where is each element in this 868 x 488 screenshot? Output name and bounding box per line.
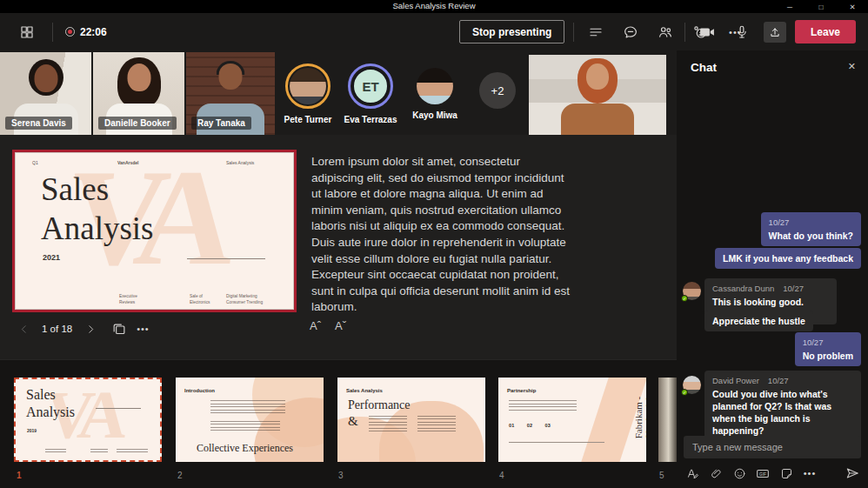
- video-tile-presenter[interactable]: [529, 55, 666, 135]
- thumbnail-slide-3[interactable]: Sales Analysis Performance &: [337, 378, 485, 462]
- participant-name-label: Pete Turner: [284, 115, 332, 124]
- avatar-photo: [417, 68, 453, 104]
- slide-navigation: 1 of 18 •••: [14, 319, 150, 338]
- thumbnail-number: 3: [338, 471, 344, 480]
- avatar-eva-terrazas[interactable]: ET Eva Terrazas: [339, 64, 402, 124]
- slide-header-center: VanArsdel: [117, 160, 138, 165]
- status-available-icon: ✓: [681, 295, 688, 302]
- send-icon[interactable]: [845, 466, 859, 480]
- window-controls: ─ □ ✕: [774, 0, 868, 13]
- toolbar-divider: [573, 23, 574, 42]
- overflow-participants[interactable]: +2: [466, 72, 529, 109]
- stop-presenting-button[interactable]: Stop presenting: [459, 20, 564, 43]
- attach-icon[interactable]: [709, 466, 723, 480]
- presentation-more-icon[interactable]: •••: [137, 324, 150, 334]
- thumbnail-slide-4[interactable]: Partnership 010203 Fabrikam - VanArsdel: [498, 378, 646, 462]
- avatar-pete-turner[interactable]: Pete Turner: [277, 64, 339, 124]
- video-tile-serena-davis[interactable]: Serena Davis: [0, 52, 91, 135]
- gif-icon[interactable]: GIF: [756, 466, 770, 480]
- thumbnail-slide-1[interactable]: VA Sales Analysis 2019: [14, 378, 162, 462]
- increase-font-button[interactable]: Aˆ: [310, 319, 321, 332]
- participant-name-tag: Serena Davis: [5, 117, 72, 130]
- thumbnail-number: 2: [177, 471, 183, 480]
- recording-dot-icon: [65, 27, 75, 37]
- message-text: Could you dive into what's planned for Q…: [712, 388, 853, 437]
- share-tray-icon[interactable]: [764, 22, 786, 43]
- video-tile-ray-tanaka[interactable]: Ray Tanaka: [186, 52, 275, 135]
- message-meta: David Power10/27: [712, 375, 853, 387]
- thumbnail-number: 1: [17, 471, 22, 480]
- current-slide[interactable]: VA Q1 VanArsdel Sales Analysis Sales Ana…: [12, 150, 297, 312]
- thumbnail-slide-2[interactable]: Introduction Collective Experiences: [176, 378, 324, 462]
- leave-button[interactable]: Leave: [795, 20, 856, 43]
- agenda-notes-icon[interactable]: [583, 19, 609, 45]
- chat-message-other-followup: Appreciate the hustle: [704, 311, 813, 331]
- thumbnail-ampersand: &: [348, 414, 358, 429]
- participant-name-tag: Ray Tanaka: [191, 117, 251, 130]
- video-tile-danielle-booker[interactable]: Danielle Booker: [93, 52, 184, 135]
- chat-message-other: ✓ David Power10/27 Could you dive into w…: [683, 371, 861, 441]
- format-icon[interactable]: [685, 466, 699, 480]
- thumbnail-title: Sales Analysis: [26, 386, 75, 421]
- slide-footer-col1: Executive Reviews: [119, 293, 137, 305]
- thumbnail-number: 5: [659, 471, 664, 480]
- next-slide-icon[interactable]: [81, 319, 100, 338]
- slide-header-right: Sales Analysis: [226, 160, 254, 165]
- slide-divider-line: [187, 258, 265, 259]
- thumbnail-slide-5[interactable]: [658, 378, 677, 462]
- emoji-icon[interactable]: [732, 466, 746, 480]
- svg-text:GIF: GIF: [759, 471, 766, 476]
- chat-avatar-david[interactable]: ✓: [683, 376, 701, 394]
- participant-name-label: Kayo Miwa: [412, 110, 457, 120]
- message-time: 10/27: [768, 376, 789, 385]
- slide-body-text: Lorem ipsum dolor sit amet, consectetur …: [311, 154, 571, 316]
- chat-bubble-icon[interactable]: [618, 19, 644, 45]
- slide-header-left: Q1: [32, 160, 38, 165]
- participants-icon[interactable]: [652, 19, 678, 45]
- chat-message-self: 10/27 What do you think?: [761, 212, 861, 246]
- avatar-kayo-miwa[interactable]: Kayo Miwa: [404, 68, 466, 120]
- chat-panel-title: Chat: [691, 61, 717, 74]
- message-text: What do you think?: [769, 230, 853, 242]
- compose-more-icon[interactable]: •••: [803, 466, 817, 480]
- chat-compose-toolbar: GIF •••: [685, 465, 859, 482]
- participant-video-strip: Serena Davis Danielle Booker Ray Tanaka …: [0, 50, 677, 135]
- slide-year: 2021: [43, 253, 60, 262]
- thumbnail-title: Performance: [348, 398, 411, 412]
- slide-position-label: 1 of 18: [42, 324, 72, 334]
- sticker-icon[interactable]: [779, 466, 793, 480]
- apps-grid-icon[interactable]: [14, 19, 40, 45]
- chat-message-self: LMK if you have any feedback: [715, 248, 861, 269]
- slide-footer-col3: Digital Marketing Consumer Trending: [226, 293, 263, 305]
- minimize-button[interactable]: ─: [774, 0, 805, 13]
- window-title: Sales Analysis Review: [0, 1, 868, 10]
- recording-indicator: 22:06: [65, 26, 107, 38]
- chat-message-input[interactable]: [684, 436, 861, 458]
- chat-message-self: 10/27 No problem: [795, 332, 861, 366]
- message-author: David Power: [712, 376, 759, 385]
- window-titlebar: Sales Analysis Review ─ □ ✕: [0, 0, 868, 13]
- close-button[interactable]: ✕: [837, 0, 868, 13]
- avatar-photo: [290, 68, 326, 104]
- message-time: 10/27: [783, 284, 804, 293]
- slide-title: Sales Analysis: [41, 170, 154, 248]
- previous-slide-icon[interactable]: [14, 319, 33, 338]
- avatar-initials: ET: [352, 68, 389, 104]
- microphone-icon[interactable]: [729, 19, 755, 45]
- participant-name-label: Eva Terrazas: [344, 115, 397, 124]
- message-time: 10/27: [769, 217, 853, 229]
- thumbnail-strip: VA Sales Analysis 2019 1 Introduction Co…: [0, 359, 677, 488]
- camera-icon[interactable]: [694, 19, 720, 45]
- teams-meeting-window: Sales Analysis Review ─ □ ✕ 22:06 Stop p…: [0, 0, 868, 488]
- slide-grid-icon[interactable]: [109, 319, 128, 338]
- message-author: Cassandra Dunn: [712, 284, 774, 293]
- chat-close-icon[interactable]: ✕: [848, 61, 856, 72]
- font-size-controls: Aˆ Aˇ: [310, 319, 346, 332]
- thumbnail-steps: 010203: [509, 423, 563, 428]
- meeting-toolbar: 22:06 Stop presenting •••: [0, 13, 868, 50]
- decrease-font-button[interactable]: Aˇ: [335, 319, 346, 332]
- chat-avatar-cassandra[interactable]: ✓: [683, 282, 701, 300]
- meeting-timer: 22:06: [80, 26, 107, 38]
- message-time: 10/27: [803, 337, 853, 349]
- maximize-button[interactable]: □: [805, 0, 837, 13]
